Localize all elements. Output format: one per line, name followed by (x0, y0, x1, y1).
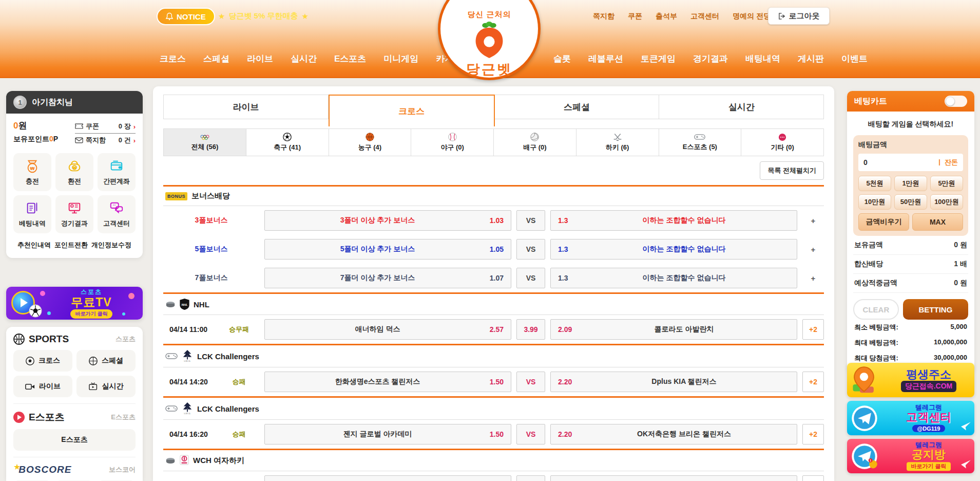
expand-all-button[interactable]: 목록 전체펼치기 (760, 161, 824, 180)
home-odds-button[interactable]: 젠지 글로벌 아카데미 1.50 (264, 424, 511, 445)
filter-basketball[interactable]: 농구 (4) (329, 129, 411, 156)
away-odds-button[interactable]: 2.20 OK저축은행 브리온 챌린저스 (550, 424, 797, 445)
expand-row-button[interactable]: + (802, 245, 824, 254)
link-coupon[interactable]: 쿠폰 (628, 12, 642, 21)
match-time: 04/14 16:20 (163, 430, 219, 438)
nav-live[interactable]: 라이브 (247, 53, 273, 65)
filter-volleyball[interactable]: 배구 (0) (493, 129, 576, 156)
bet-amount-input[interactable] (863, 158, 915, 166)
more-markets-button[interactable]: +2 (802, 475, 824, 481)
link-support[interactable]: 고객센터 (690, 12, 719, 21)
nav-realtime[interactable]: 실시간 (291, 53, 317, 65)
change-button[interactable]: | 잔돈 (938, 158, 958, 167)
nav-board[interactable]: 게시판 (798, 53, 824, 65)
link-hall-of-fame[interactable]: 명예의 전당 (733, 12, 771, 21)
nav-esports[interactable]: E스포츠 (334, 53, 366, 65)
filter-etc[interactable]: 기타 (0) (741, 129, 823, 156)
sidebar-item-live[interactable]: 라이브 (13, 376, 72, 397)
link-messages[interactable]: 쪽지함 (593, 12, 614, 21)
amount-50000-button[interactable]: 5만원 (930, 176, 963, 191)
free-sports-tv-banner[interactable]: 스포츠 무료TV 바로가기 클릭 (6, 287, 143, 320)
bonus-odds: 1.05 (483, 245, 504, 253)
match-row: 04/14 11:00 승무패 애너하임 덕스 2.57 3.99 2.09 콜… (163, 315, 824, 344)
draw-odds-button[interactable]: 3.99 (516, 319, 545, 340)
bonus-odds-box[interactable]: 7폴더 이상 추가 보너스 1.07 (264, 268, 511, 288)
site-logo[interactable]: 당신 근처의 당근벳 (438, 0, 541, 80)
point-convert-link[interactable]: 포인트전환 (54, 240, 88, 250)
nav-tokengame[interactable]: 토큰게임 (641, 53, 676, 65)
bonus-odds-box[interactable]: 3폴더 이상 추가 보너스 1.03 (264, 210, 511, 231)
sidebar-item-esports[interactable]: E스포츠 (13, 429, 136, 451)
draw-odds-button[interactable]: 4.04 (516, 475, 545, 481)
nav-slot[interactable]: 슬롯 (553, 53, 571, 65)
link-attendance[interactable]: 출석부 (656, 12, 677, 21)
referral-history-link[interactable]: 추천인내역 (17, 240, 51, 250)
nav-revolution[interactable]: 레볼루션 (588, 53, 623, 65)
nav-event[interactable]: 이벤트 (841, 53, 868, 65)
home-odds-button[interactable]: 한화생명e스포츠 챌린저스 1.50 (264, 372, 511, 392)
bonus-odds-box[interactable]: 5폴더 이상 추가 보너스 1.05 (264, 239, 511, 260)
league-header-lck: LCK CL LCK Challengers (163, 398, 824, 419)
esports-section: E스포츠 E스포츠 E스포츠 (13, 403, 136, 457)
clear-amount-button[interactable]: 금액비우기 (858, 213, 909, 231)
home-odds-button[interactable]: 독일 W 1.59 (264, 475, 511, 481)
paper-plane-icon (961, 422, 971, 431)
message-row[interactable]: 쪽지함 0 건 › (75, 134, 136, 147)
expand-row-button[interactable]: + (802, 274, 824, 283)
tab-cross[interactable]: 크로스 (329, 95, 495, 126)
nav-results[interactable]: 경기결과 (693, 53, 728, 65)
clear-button[interactable]: CLEAR (853, 299, 899, 320)
expand-row-button[interactable]: + (802, 216, 824, 225)
amount-10000-button[interactable]: 1만원 (894, 176, 927, 191)
match-results-button[interactable]: 경기결과 (55, 195, 93, 233)
tab-special[interactable]: 스페셜 (495, 95, 660, 119)
category-tabs: 라이브 크로스 스페셜 실시간 (163, 95, 824, 126)
filter-all[interactable]: 전체 (56) (164, 129, 246, 156)
more-markets-button[interactable]: +2 (802, 424, 824, 445)
away-odds-button[interactable]: 4.04 헝가리 W (550, 475, 797, 481)
amount-5000-button[interactable]: 5천원 (858, 176, 891, 191)
withdraw-button[interactable]: ₩ 환전 (55, 153, 93, 191)
bonus-rule-box[interactable]: 1.3 이하는 조합할수 없습니다 (550, 210, 797, 231)
betting-button[interactable]: BETTING (903, 299, 968, 320)
max-amount-button[interactable]: MAX (912, 213, 963, 231)
support-button[interactable]: 고객센터 (98, 195, 136, 233)
filter-baseball[interactable]: 야구 (0) (411, 129, 493, 156)
tab-realtime[interactable]: 실시간 (659, 95, 824, 119)
nav-bet-history[interactable]: 배팅내역 (745, 53, 780, 65)
amount-1000000-button[interactable]: 100만원 (930, 194, 963, 210)
away-odds-button[interactable]: 2.20 Dplus KIA 챌린저스 (550, 372, 797, 392)
more-markets-button[interactable]: +2 (802, 319, 824, 340)
notice-button[interactable]: NOTICE (157, 8, 215, 25)
bonus-rule-box[interactable]: 1.3 이하는 조합할수 없습니다 (550, 268, 797, 288)
star-icon: ★ (218, 12, 225, 21)
more-markets-button[interactable]: +2 (802, 372, 824, 392)
cart-toggle[interactable] (945, 96, 967, 107)
nav-cross[interactable]: 크로스 (160, 53, 186, 65)
sidebar-item-cross[interactable]: 크로스 (13, 350, 72, 372)
nav-minigame[interactable]: 미니게임 (383, 53, 418, 65)
deposit-button[interactable]: ₩ 충전 (13, 153, 51, 191)
away-odds-button[interactable]: 2.09 콜로라도 아발란치 (550, 319, 797, 340)
home-odds-button[interactable]: 애너하임 덕스 2.57 (264, 319, 511, 340)
edit-profile-link[interactable]: 개인정보수정 (91, 240, 131, 250)
permanent-address-banner[interactable]: 평생주소 당근접속.COM (847, 363, 974, 397)
telegram-notice-banner[interactable]: 1 텔레그램 공지방 바로가기 클릭 (847, 439, 974, 473)
filter-hockey[interactable]: 하키 (6) (576, 129, 659, 156)
filter-esports[interactable]: E스포츠 (5) (659, 129, 741, 156)
bonus-threshold: 1.3 (558, 216, 579, 225)
amount-100000-button[interactable]: 10만원 (858, 194, 891, 210)
bonus-rule-box[interactable]: 1.3 이하는 조합할수 없습니다 (550, 239, 797, 260)
telegram-support-banner[interactable]: 텔레그램 고객센터 @DG119 (847, 401, 974, 435)
bet-history-button[interactable]: 베팅내역 (13, 195, 51, 233)
sidebar-item-special[interactable]: 스페셜 (76, 350, 136, 372)
easy-account-button[interactable]: 간편계좌 (98, 153, 136, 191)
sidebar-item-realtime[interactable]: 실시간 (76, 376, 136, 397)
coupon-row[interactable]: 쿠폰 0 장 › (75, 120, 136, 134)
nav-special[interactable]: 스페셜 (203, 53, 229, 65)
telegram-icon (851, 405, 878, 432)
tab-live[interactable]: 라이브 (163, 95, 329, 119)
filter-soccer[interactable]: 축구 (41) (246, 129, 329, 156)
amount-500000-button[interactable]: 50만원 (894, 194, 927, 210)
logout-button[interactable]: 로그아웃 (768, 7, 830, 25)
